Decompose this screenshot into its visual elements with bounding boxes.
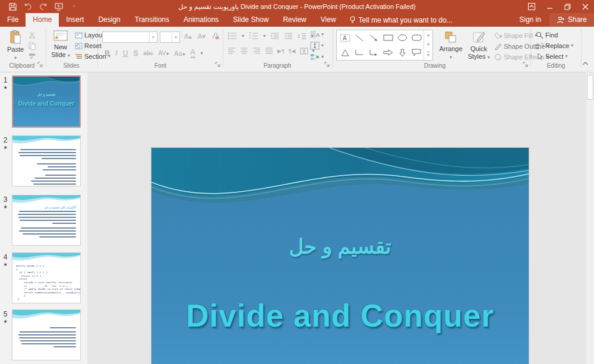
collapse-ribbon-chevron-icon[interactable] [582,61,589,66]
tell-me-box[interactable]: Tell me what you want to do... [343,13,459,27]
text-shadow-button[interactable]: S [133,49,138,58]
new-slide-button[interactable]: New Slide ▾ [49,29,72,59]
redo-icon[interactable] [36,0,51,13]
tab-design[interactable]: Design [91,13,127,27]
cut-button[interactable] [29,31,36,39]
arrange-button[interactable]: Arrange ▾ [437,29,465,61]
gallery-more-icon[interactable]: ▾ [427,52,429,58]
align-text-button[interactable]: ▾ [310,42,324,50]
text-direction-rtl-button[interactable]: ¶◀ [289,48,296,54]
italic-button[interactable]: I [115,49,118,58]
numbering-button[interactable] [249,32,258,40]
shape-down-arrow-icon[interactable] [399,49,406,57]
vertical-scrollbar[interactable] [585,72,594,364]
thumbnail-slide-1[interactable]: تقسیم و حل Divide and Conquer [12,75,81,128]
align-left-button[interactable] [228,48,236,55]
font-name-combobox[interactable]: ▾ [102,31,157,43]
tab-view[interactable]: View [314,13,343,27]
shape-elbow-connector-icon[interactable] [355,49,364,56]
start-from-beginning-icon[interactable] [51,0,67,13]
clipboard-dialog-launcher-icon[interactable] [37,62,44,68]
shape-rectangle-icon[interactable] [383,34,393,42]
shape-fill-button[interactable]: Shape Fill ▾ [494,32,537,39]
save-icon[interactable] [5,0,20,13]
scrollbar-thumb[interactable] [587,75,593,100]
tab-file[interactable]: File [0,13,26,27]
shrink-font-button[interactable]: A▾ [198,33,206,40]
bullets-button[interactable] [228,32,237,40]
shape-line-icon[interactable] [355,34,364,42]
copy-button[interactable] [29,42,36,50]
replace-button[interactable]: abac Replace ▾ [536,42,573,49]
shape-oval-icon[interactable] [397,34,407,42]
shape-callout-icon[interactable] [412,49,421,56]
font-color-button[interactable]: A [191,48,195,58]
gallery-scroll-up-icon[interactable]: ▴ [427,33,429,37]
slide-canvas[interactable]: تقسیم و حل Divide and Conquer 1 [151,148,529,364]
restore-icon[interactable] [558,0,576,13]
shape-elbow-arrow-connector-icon[interactable] [369,49,378,56]
slide-title-farsi[interactable]: تقسیم و حل [151,235,529,258]
thumbnail-slide-5[interactable] [12,309,81,360]
align-center-button[interactable] [240,48,248,55]
clipboard-group-label: Clipboard [2,62,42,69]
find-button[interactable]: Find [536,31,558,39]
shape-rounded-rectangle-icon[interactable] [412,34,422,42]
dropdown-caret-icon[interactable]: ▾ [242,34,244,39]
font-dialog-launcher-icon[interactable] [215,62,222,68]
shapes-gallery[interactable]: A ▴ ▾ ▾ [336,30,433,61]
tab-insert[interactable]: Insert [59,13,91,27]
tab-transitions[interactable]: Transitions [128,13,176,27]
gallery-scroll-down-icon[interactable]: ▾ [427,42,429,47]
tab-animations[interactable]: Animations [176,13,226,27]
strikethrough-button[interactable]: abc [143,50,153,56]
undo-icon[interactable] [20,0,36,13]
line-spacing-button[interactable] [298,33,307,40]
sign-in-button[interactable]: Sign in [511,13,549,27]
ribbon-display-options-icon[interactable] [523,0,541,13]
grow-font-button[interactable]: A▴ [184,33,192,40]
shapes-gallery-scroll[interactable]: ▴ ▾ ▾ [424,30,432,60]
reset-button[interactable]: Reset [75,42,102,49]
tab-slide-show[interactable]: Slide Show [226,13,276,27]
paste-button[interactable]: Paste ▾ [5,29,26,61]
quick-styles-button[interactable]: Quick Styles ▾ [466,29,492,61]
thumbnail-slide-4[interactable]: Result DandC ( P ) { if ( Small ( P ) ) … [12,252,81,303]
align-right-button[interactable] [252,48,261,55]
tab-home[interactable]: Home [26,13,59,27]
minimize-icon[interactable] [541,0,558,13]
increase-indent-button[interactable] [284,33,293,40]
shape-textbox-icon[interactable]: A [340,34,350,42]
paragraph-dialog-launcher-icon[interactable] [324,62,331,68]
shape-arrow-icon[interactable] [369,34,378,42]
close-icon[interactable] [576,0,594,13]
character-spacing-button[interactable]: AV▾ [158,50,169,56]
text-direction-ltr-button[interactable]: ▶¶ [277,48,285,54]
dropdown-caret-icon[interactable]: ▾ [263,34,266,39]
convert-to-smartart-button[interactable]: ▾ [310,53,324,61]
share-button[interactable]: Share [549,13,594,27]
dropdown-caret-icon[interactable]: ▾ [201,51,203,56]
change-case-button[interactable]: Aa▾ [174,50,185,57]
tab-review[interactable]: Review [276,13,313,27]
bold-button[interactable]: B [105,49,110,58]
columns-button[interactable] [300,48,308,55]
thumbnail-slide-2[interactable] [12,135,81,186]
underline-button[interactable]: U [123,49,128,58]
justify-button[interactable] [265,48,273,55]
shape-triangle-icon[interactable] [340,49,350,56]
dropdown-caret-icon[interactable]: ▾ [172,32,179,42]
decrease-indent-button[interactable] [270,33,279,40]
select-button[interactable]: Select ▾ [536,53,568,60]
thumbnail-slide-3[interactable]: الگوریتم کلی تقسیم و حل [12,195,81,246]
shape-right-arrow-icon[interactable] [383,49,393,56]
dropdown-caret-icon[interactable]: ▾ [149,32,157,42]
format-painter-button[interactable] [29,53,36,60]
drawing-dialog-launcher-icon[interactable] [523,62,529,68]
qat-customize-caret-icon[interactable]: ▾ [67,0,82,13]
slide-thumbnail-panel[interactable]: 1 ★ تقسیم و حل Divide and Conquer 2 ★ [0,72,87,364]
slide-title-english[interactable]: Divide and Conquer [151,297,529,334]
clear-formatting-button[interactable] [211,33,219,40]
text-direction-button[interactable]: A ▾ [310,30,324,39]
font-size-combobox[interactable]: ▾ [160,31,180,43]
